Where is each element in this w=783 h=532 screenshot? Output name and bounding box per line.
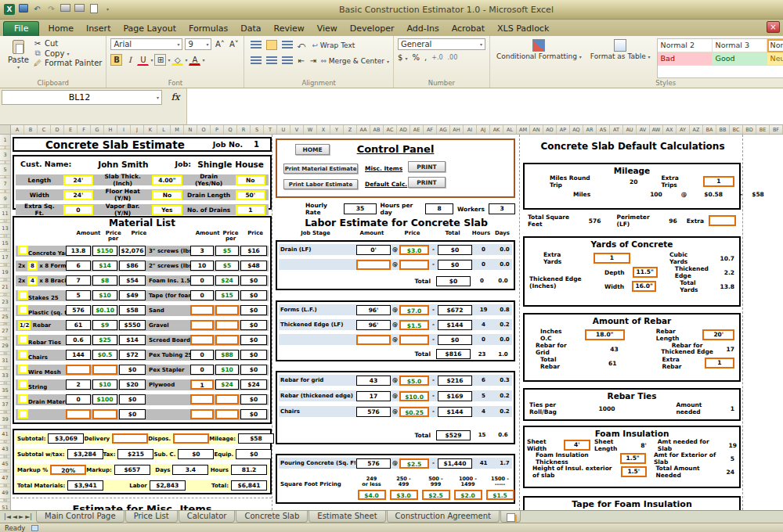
column-header[interactable]: F	[78, 125, 91, 134]
column-header[interactable]: T	[264, 125, 277, 134]
wrap-text-button[interactable]: ↩ Wrap Text	[312, 41, 355, 49]
ribbon-tab[interactable]: Home	[41, 22, 79, 36]
row-header[interactable]: 35	[0, 385, 10, 397]
price-cell[interactable]: $72	[119, 350, 146, 360]
ribbon-tab[interactable]: Page Layout	[117, 22, 182, 36]
cell-style-option[interactable]: Normal	[767, 39, 783, 52]
amount-cell[interactable]: 13.8	[66, 246, 91, 256]
price-per-cell[interactable]: $10	[215, 365, 239, 375]
align-middle-icon[interactable]	[266, 40, 277, 50]
grow-font-icon[interactable]: A˄	[214, 38, 226, 50]
foam-thickness-cell[interactable]: 1.5"	[620, 453, 646, 464]
amount-cell[interactable]: 0	[190, 275, 214, 286]
spec-input[interactable]: No	[236, 175, 265, 185]
price-per-cell[interactable]: $100	[92, 394, 117, 404]
total-value[interactable]: 3.4	[172, 465, 208, 475]
sheet-nav-icon[interactable]: |◄	[4, 513, 11, 520]
row-header[interactable]: 39	[0, 414, 10, 426]
format-as-table-button[interactable]: Format as Table ▾	[588, 38, 653, 78]
percent-format-icon[interactable]: %	[412, 53, 420, 62]
sheet-tab[interactable]: Construction Agreement	[387, 511, 500, 523]
price-per-cell[interactable]: $5	[215, 261, 239, 271]
comma-format-icon[interactable]: ,	[424, 53, 427, 62]
price-cell[interactable]: $14	[119, 335, 146, 345]
size-input[interactable]	[18, 350, 28, 359]
price-cell[interactable]: $49	[119, 290, 146, 300]
spec-input[interactable]: 24'	[63, 175, 93, 185]
amount-cell[interactable]	[190, 409, 214, 419]
decrease-decimal-icon[interactable]: .00	[448, 54, 458, 61]
column-header[interactable]: Y	[330, 125, 344, 134]
price-per-cell[interactable]	[215, 394, 239, 404]
size-input[interactable]	[18, 305, 28, 315]
tier-price-cell[interactable]: $4.0	[358, 490, 386, 500]
price-per-cell[interactable]: $25	[92, 335, 117, 345]
spec-input[interactable]: 50'	[236, 190, 265, 200]
ribbon-tab[interactable]: Insert	[80, 22, 117, 36]
italic-button[interactable]: I	[124, 54, 135, 66]
tier-price-cell[interactable]: $1.5	[486, 490, 514, 500]
total-cell[interactable]: $0	[438, 260, 472, 270]
size-input[interactable]	[18, 246, 28, 255]
column-header[interactable]: S	[251, 125, 264, 134]
insert-worksheet-icon[interactable]	[500, 511, 521, 523]
price-cell[interactable]: $0	[240, 350, 267, 360]
extra-rebar-cell[interactable]: 1	[705, 358, 734, 368]
price-per-cell[interactable]: $9	[92, 320, 117, 330]
total-cell[interactable]: $0	[438, 335, 472, 345]
extra-yards-cell[interactable]: 1	[594, 253, 630, 264]
column-header[interactable]: AN	[530, 125, 543, 134]
row-header[interactable]: 7	[0, 178, 10, 190]
total-cell[interactable]: $816	[436, 349, 471, 359]
amount-cell[interactable]: 61	[66, 320, 91, 330]
column-header[interactable]: M	[171, 125, 184, 134]
row-header[interactable]: 31	[0, 355, 10, 367]
ribbon-tab[interactable]: Review	[267, 22, 310, 36]
shrink-font-icon[interactable]: A˅	[228, 38, 240, 50]
price-cell[interactable]	[399, 260, 429, 270]
size-input[interactable]	[18, 409, 28, 419]
print-misc-button[interactable]: PRINT	[408, 161, 446, 172]
total-value[interactable]	[112, 433, 148, 444]
price-per-cell[interactable]: $8	[92, 275, 117, 286]
price-cell[interactable]: $0	[240, 275, 267, 286]
price-per-cell[interactable]	[92, 365, 117, 375]
amount-cell[interactable]: 0	[190, 290, 214, 300]
price-cell[interactable]: $54	[119, 275, 146, 286]
amount-cell[interactable]	[190, 335, 214, 345]
row-header[interactable]: 51	[0, 502, 10, 510]
extra-trips-cell[interactable]: 1	[703, 176, 734, 187]
print-labor-button[interactable]: Print Labor Estimate	[283, 179, 358, 189]
width-cell[interactable]: 16.0"	[632, 281, 656, 292]
total-value[interactable]: $0	[236, 449, 272, 459]
amount-cell[interactable]: 43	[356, 376, 391, 386]
price-cell[interactable]: $48	[240, 261, 267, 271]
undo-icon[interactable]: ↶	[31, 4, 43, 15]
sheet-nav-icon[interactable]: ◄	[13, 513, 17, 520]
total-cell[interactable]: $529	[436, 430, 471, 440]
column-header[interactable]: H	[104, 125, 117, 134]
amount-cell[interactable]: 6	[66, 261, 91, 271]
rebar-length-cell[interactable]: 20'	[702, 329, 734, 340]
total-cell[interactable]: $144	[438, 320, 472, 330]
total-value[interactable]: $215	[117, 449, 153, 459]
increase-decimal-icon[interactable]: +.0	[431, 54, 442, 61]
amount-cell[interactable]: 2	[66, 379, 91, 390]
row-header[interactable]: 45	[0, 458, 10, 470]
save-icon[interactable]	[17, 4, 29, 15]
cell-style-option[interactable]: Normal 2	[658, 39, 713, 52]
column-header[interactable]: X	[317, 125, 330, 134]
currency-format-icon[interactable]: $ ▾	[398, 53, 408, 62]
column-header[interactable]: N	[184, 125, 197, 134]
column-header[interactable]: J	[131, 125, 144, 134]
ribbon-tab[interactable]: Data	[234, 22, 267, 36]
sheet-area[interactable]: Concrete Slab Estimate Job No. 1 Cust. N…	[11, 135, 783, 510]
column-header[interactable]: AP	[557, 125, 570, 134]
total-value[interactable]: $6,841	[231, 480, 267, 491]
align-right-icon[interactable]	[282, 56, 293, 65]
column-header[interactable]: R	[237, 125, 251, 134]
ribbon-tab[interactable]: XLS Padlock	[491, 22, 555, 36]
customize-qat-icon[interactable]: ▾	[102, 4, 114, 15]
size-input[interactable]: 4	[27, 276, 38, 286]
price-cell[interactable]: $5.0	[399, 376, 429, 386]
